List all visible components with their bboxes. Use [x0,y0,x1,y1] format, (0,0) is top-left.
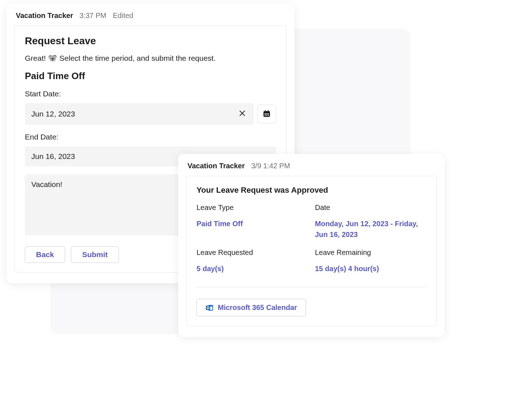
app-name: Vacation Tracker [188,162,245,170]
app-name: Vacation Tracker [16,12,73,20]
divider [197,287,426,287]
svg-rect-9 [265,110,266,112]
svg-rect-10 [268,110,269,112]
approved-title: Your Leave Request was Approved [197,186,426,195]
svg-rect-7 [266,115,267,116]
svg-rect-3 [265,113,266,114]
back-button[interactable]: Back [25,246,65,263]
start-date-picker-button[interactable] [257,105,276,123]
svg-rect-8 [268,115,269,116]
start-date-value: Jun 12, 2023 [31,110,75,118]
requested-label: Leave Requested [197,248,308,257]
date-value: Monday, Jun 12, 2023 - Friday, Jun 16, 2… [315,218,426,240]
submit-button[interactable]: Submit [71,246,119,263]
svg-rect-6 [265,115,266,116]
date-label: Date [315,204,426,212]
calendar-button[interactable]: Microsoft 365 Calendar [197,299,306,316]
outlook-icon [206,304,213,312]
request-title: Request Leave [25,35,276,47]
leave-type-value: Paid Time Off [197,218,308,229]
svg-rect-4 [266,113,267,114]
leave-type-heading: Paid Time Off [25,70,276,82]
card-header: Vacation Tracker 3:37 PM Edited [6,12,294,26]
card-body: Your Leave Request was Approved Leave Ty… [186,176,437,326]
details-grid: Leave Type Paid Time Off Date Monday, Ju… [197,204,426,283]
start-date-input[interactable]: Jun 12, 2023 [25,103,254,125]
approved-card: Vacation Tracker 3/9 1:42 PM Your Leave … [178,154,445,337]
end-date-value: Jun 16, 2023 [31,152,75,161]
timestamp: 3/9 1:42 PM [251,162,290,170]
leave-type-label: Leave Type [197,204,308,212]
remaining-value: 15 day(s) 4 hour(s) [315,263,426,274]
request-subtitle: Great! 🐨 Select the time period, and sub… [25,54,276,63]
svg-rect-14 [206,306,210,310]
calendar-button-label: Microsoft 365 Calendar [218,303,297,312]
clear-start-date-icon[interactable] [237,109,247,119]
start-date-row: Jun 12, 2023 [25,103,276,125]
timestamp: 3:37 PM [80,12,106,20]
requested-value: 5 day(s) [197,263,308,274]
calendar-icon [262,109,271,119]
remaining-label: Leave Remaining [315,248,426,257]
card-header: Vacation Tracker 3/9 1:42 PM [178,162,445,176]
start-date-label: Start Date: [25,90,276,98]
svg-rect-5 [268,113,269,114]
edited-label: Edited [113,12,133,20]
end-date-label: End Date: [25,133,276,141]
